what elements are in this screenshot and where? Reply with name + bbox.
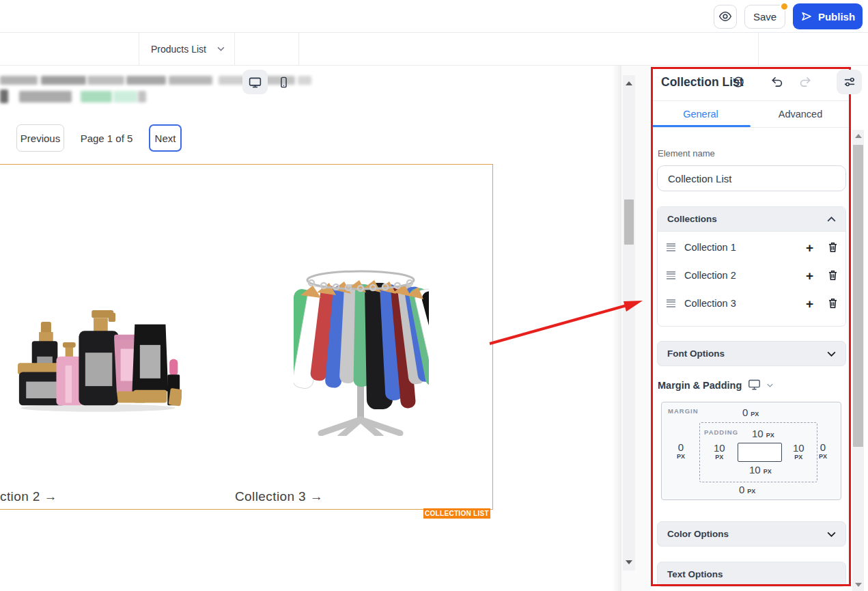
canvas-scrollbar-thumb[interactable] (624, 200, 634, 245)
device-selector-desktop-icon[interactable] (748, 379, 761, 391)
cosmetics-product-image (18, 291, 182, 418)
history-clock-icon (731, 75, 745, 89)
add-collection-icon[interactable]: + (806, 297, 813, 310)
element-size-input[interactable] (738, 443, 782, 462)
font-options-section[interactable]: Font Options (657, 341, 846, 366)
eye-icon (718, 10, 732, 23)
publish-button[interactable]: Publish (793, 3, 863, 29)
element-settings-button[interactable] (837, 70, 862, 94)
margin-label: MARGIN (668, 407, 699, 415)
collections-header-label: Collections (667, 214, 717, 224)
preview-button[interactable] (714, 5, 737, 29)
add-collection-icon[interactable]: + (806, 241, 813, 254)
chevron-down-icon (827, 351, 836, 357)
previous-page-button[interactable]: Previous (16, 124, 64, 152)
scroll-down-arrow[interactable] (623, 558, 635, 567)
collection-list-item[interactable]: Collection 2 + (658, 267, 847, 284)
desktop-view-button[interactable] (242, 70, 268, 94)
collections-section-header[interactable]: Collections (658, 207, 845, 232)
save-button[interactable]: Save (744, 5, 785, 29)
selection-tag: COLLECTION LIST (423, 508, 490, 519)
scroll-down-arrow[interactable] (852, 580, 864, 590)
padding-top-value[interactable]: 10 PX (752, 428, 774, 439)
tab-advanced[interactable]: Advanced (751, 101, 850, 127)
collection-list-item[interactable]: Collection 3 + (658, 295, 847, 312)
divider (758, 33, 759, 65)
top-bar: Save Publish (0, 0, 868, 33)
divider (298, 33, 299, 65)
padding-left-value[interactable]: 10 PX (714, 443, 725, 461)
tab-general[interactable]: General (651, 101, 751, 127)
text-options-label: Text Options (667, 569, 723, 579)
margin-padding-header: Margin & Padding (658, 379, 773, 391)
trash-icon[interactable] (828, 242, 838, 253)
clothing-rack-image (294, 265, 429, 436)
canvas-area: Previous Page 1 of 5 Next (0, 66, 650, 591)
panel-tabs: General Advanced (651, 101, 850, 127)
collection-item-label: Collection 2 (684, 270, 806, 281)
padding-label: PADDING (704, 428, 738, 436)
margin-bottom-value[interactable]: 0 PX (739, 484, 755, 495)
pagination: Previous Page 1 of 5 Next (16, 124, 182, 152)
redo-button[interactable] (792, 70, 817, 94)
collection-2-link[interactable]: ction 2 → (0, 489, 57, 504)
font-options-label: Font Options (667, 348, 725, 359)
chevron-down-icon[interactable] (767, 383, 773, 387)
publish-button-label: Publish (818, 11, 855, 23)
padding-right-value[interactable]: 10 PX (793, 443, 804, 461)
trash-icon[interactable] (828, 270, 838, 281)
color-options-label: Color Options (667, 529, 729, 539)
settings-panel: Collection List ✕ General Advanced Eleme… (650, 66, 868, 591)
page-selector-label: Products List (151, 44, 206, 55)
add-collection-icon[interactable]: + (806, 269, 813, 282)
send-icon (800, 10, 813, 23)
canvas-scrollbar[interactable] (623, 75, 635, 571)
undo-icon (770, 75, 784, 89)
desktop-icon (248, 75, 262, 90)
padding-box: PADDING 10 PX 10 PX 10 PX 10 PX (699, 422, 817, 482)
undo-button[interactable] (764, 70, 789, 94)
element-name-label: Element name (658, 148, 715, 159)
margin-right-value[interactable]: 0 PX (819, 442, 827, 460)
drag-handle-icon[interactable] (667, 299, 675, 307)
scroll-up-arrow[interactable] (623, 79, 635, 88)
divider (139, 33, 139, 65)
margin-left-value[interactable]: 0 PX (677, 442, 685, 460)
page-selector-dropdown[interactable]: Products List (151, 33, 225, 65)
unsaved-changes-dot (780, 2, 789, 11)
collection-item-label: Collection 3 (684, 298, 806, 309)
panel-scrollbar-thumb[interactable] (853, 145, 863, 447)
page-indicator: Page 1 of 5 (76, 133, 137, 144)
margin-top-value[interactable]: 0 PX (742, 407, 759, 418)
highlight-border (651, 67, 851, 586)
collection-3-link[interactable]: Collection 3 → (235, 489, 323, 504)
divider (651, 127, 850, 128)
element-name-input[interactable] (657, 165, 846, 191)
scroll-up-arrow[interactable] (852, 131, 864, 141)
page-canvas[interactable]: Previous Page 1 of 5 Next (0, 66, 621, 591)
collections-section: Collections Collection 1 + Collection 2 … (657, 206, 846, 327)
chevron-down-icon (217, 46, 225, 51)
sliders-icon (843, 75, 856, 89)
divider (234, 33, 235, 65)
margin-padding-label: Margin & Padding (658, 380, 742, 391)
app-window: Save Publish Products List (0, 0, 868, 591)
margin-padding-widget: MARGIN 0 PX 0 PX 0 PX 0 PX PADDING 10 (661, 402, 841, 500)
color-options-section[interactable]: Color Options (657, 521, 846, 547)
collection-list-item[interactable]: Collection 1 + (658, 239, 847, 256)
chevron-down-icon (827, 532, 836, 537)
redo-icon (798, 75, 812, 89)
padding-bottom-value[interactable]: 10 PX (749, 464, 772, 476)
panel-scrollbar[interactable] (852, 130, 864, 591)
history-button[interactable] (725, 70, 751, 94)
trash-icon[interactable] (828, 298, 838, 309)
mobile-icon (277, 76, 290, 89)
drag-handle-icon[interactable] (667, 243, 675, 251)
drag-handle-icon[interactable] (667, 271, 675, 279)
chevron-up-icon (827, 217, 836, 222)
mobile-view-button[interactable] (271, 70, 296, 94)
next-page-button[interactable]: Next (149, 124, 182, 152)
text-options-section[interactable]: Text Options (657, 562, 846, 587)
collection-item-label: Collection 1 (684, 242, 806, 253)
save-button-label: Save (753, 11, 776, 23)
